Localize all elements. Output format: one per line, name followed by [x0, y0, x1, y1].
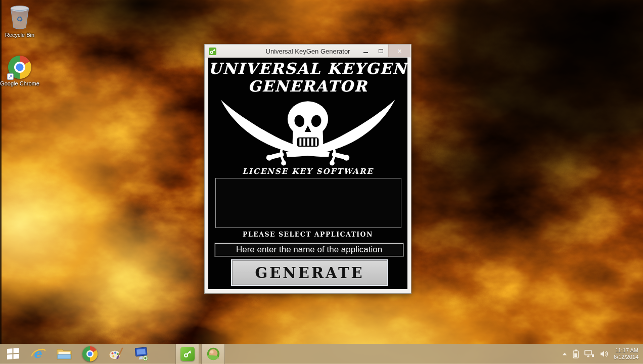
- logo-caption: LICENSE KEY SOFTWARE: [208, 167, 407, 176]
- hidden-icons-arrow-icon[interactable]: [562, 352, 567, 356]
- download-manager-icon: [206, 346, 221, 361]
- maximize-icon: [379, 49, 383, 53]
- svg-text:♻: ♻: [16, 15, 23, 24]
- system-tray: 11:17 AM 6/12/2014: [562, 347, 643, 360]
- application-name-input[interactable]: [215, 243, 403, 256]
- taskbar-item-google-chrome[interactable]: [78, 344, 102, 364]
- keygen-app-icon: [180, 347, 195, 361]
- taskbar-clock[interactable]: 11:17 AM 6/12/2014: [614, 347, 638, 360]
- internet-explorer-icon: e: [31, 346, 46, 361]
- close-button[interactable]: ×: [388, 44, 410, 57]
- file-explorer-icon: [57, 347, 72, 360]
- taskbar-item-download-manager[interactable]: [201, 344, 225, 364]
- svg-text:e: e: [33, 346, 42, 361]
- minimize-button[interactable]: [358, 44, 373, 57]
- heading-line1: UNIVERSAL KEYGEN: [208, 60, 407, 77]
- computer-icon: ✱: [134, 347, 149, 361]
- maximize-button[interactable]: [373, 44, 388, 57]
- recycle-bin-icon: ♻: [9, 5, 31, 30]
- taskbar: e ✱: [0, 344, 643, 364]
- desktop-icon-label: Recycle Bin: [5, 32, 34, 38]
- taskbar-item-internet-explorer[interactable]: e: [26, 344, 50, 364]
- windows-start-icon: [7, 347, 20, 360]
- svg-text:✱: ✱: [144, 356, 147, 360]
- taskbar-item-keygen-app[interactable]: [175, 344, 199, 364]
- window-client-area: UNIVERSAL KEYGEN GENERATOR: [208, 58, 407, 289]
- taskbar-item-file-explorer[interactable]: [52, 344, 76, 364]
- desktop-icon-label: Google Chrome: [0, 80, 39, 86]
- google-chrome-icon: [82, 346, 98, 361]
- start-button[interactable]: [0, 344, 26, 364]
- key-output-box[interactable]: [215, 178, 401, 228]
- clock-time: 11:17 AM: [614, 347, 638, 354]
- minimize-icon: [363, 52, 368, 53]
- keygen-heading: UNIVERSAL KEYGEN GENERATOR: [208, 60, 407, 95]
- shortcut-arrow-icon: ↗: [7, 73, 14, 80]
- taskbar-item-paint[interactable]: [104, 344, 127, 364]
- chrome-icon: ↗: [8, 56, 31, 79]
- desktop-icon-google-chrome[interactable]: ↗ Google Chrome: [0, 56, 39, 86]
- pirate-skull-crossed-swords-icon: [214, 96, 402, 167]
- keygen-window: Universal KeyGen Generator × UNIVERSAL K…: [204, 44, 411, 294]
- desktop-icon-recycle-bin[interactable]: ♻ Recycle Bin: [0, 5, 39, 38]
- taskbar-item-computer[interactable]: ✱: [129, 344, 153, 364]
- clock-date: 6/12/2014: [614, 354, 638, 360]
- heading-line2: GENERATOR: [208, 77, 407, 95]
- generate-button[interactable]: GENERATE: [232, 260, 387, 285]
- battery-icon[interactable]: [573, 349, 579, 358]
- app-icon: [209, 48, 216, 55]
- volume-icon[interactable]: [600, 350, 608, 358]
- network-icon[interactable]: [584, 350, 594, 358]
- titlebar[interactable]: Universal KeyGen Generator ×: [205, 44, 411, 58]
- paint-icon: [108, 347, 123, 361]
- screen-edge-artifact: [0, 0, 2, 364]
- select-application-label: PLEASE SELECT APPLICATION: [208, 231, 407, 238]
